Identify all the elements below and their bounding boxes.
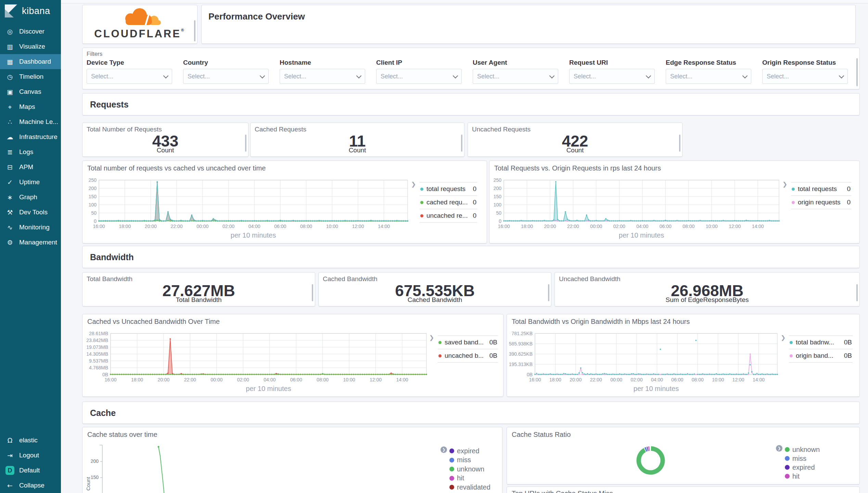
sidebar-item-dashboard[interactable]: ▦Dashboard: [0, 54, 61, 69]
filter-group-country: CountrySelect...: [183, 59, 269, 84]
page-title: Performance Overview: [208, 11, 305, 22]
donut-slice-expired: [647, 449, 648, 449]
panel-scrollbar[interactable]: [461, 135, 462, 152]
svg-text:18:00: 18:00: [521, 224, 533, 229]
chart-plot[interactable]: 200150Count: [82, 427, 501, 493]
svg-text:781.25KB: 781.25KB: [512, 331, 533, 336]
filter-select-client-ip[interactable]: Select...: [376, 69, 462, 84]
filter-select-origin-response-status[interactable]: Select...: [762, 69, 848, 84]
panel-scrollbar[interactable]: [245, 135, 246, 152]
filter-select-country[interactable]: Select...: [183, 69, 269, 84]
legend-chev[interactable]: ❯: [781, 334, 786, 341]
legend-item-total-badnw[interactable]: total badnw...0B: [789, 336, 853, 349]
sidebar-item-infrastructure[interactable]: ☁Infrastructure: [0, 129, 61, 144]
sidebar-footer-elastic[interactable]: Ωelastic: [0, 433, 61, 448]
svg-text:200: 200: [91, 458, 99, 464]
svg-text:19.073MB: 19.073MB: [86, 344, 108, 350]
legend-chev[interactable]: ❯: [411, 181, 416, 188]
legend-color-dot: [438, 341, 442, 344]
panel-scrollbar[interactable]: [194, 20, 195, 41]
map-pin-icon: ⌖: [5, 103, 14, 111]
legend-item-hit[interactable]: hit: [785, 472, 820, 481]
sidebar-item-label: Machine Le...: [19, 118, 58, 126]
chart-legend: expiredmissunknownhitrevalidated: [449, 446, 490, 492]
filter-select-request-uri[interactable]: Select...: [569, 69, 655, 84]
filter-select-hostname[interactable]: Select...: [280, 69, 365, 84]
sidebar-item-machine-le[interactable]: ∴Machine Le...: [0, 114, 61, 129]
panel-scrollbar[interactable]: [548, 284, 549, 301]
collapse-arrow-icon: ←: [5, 482, 14, 489]
svg-text:22:00: 22:00: [567, 224, 579, 229]
svg-text:14.305MB: 14.305MB: [86, 351, 108, 357]
legend-color-dot: [792, 201, 795, 204]
svg-text:250: 250: [494, 177, 502, 183]
panel-scrollbar[interactable]: [856, 58, 858, 86]
metric-total-requests: Total Number of Requests433Count: [82, 123, 248, 157]
legend-item-hit[interactable]: hit: [449, 474, 490, 483]
sidebar-footer-default[interactable]: DDefault: [0, 463, 61, 478]
sidebar-item-timelion[interactable]: ◷Timelion: [0, 69, 61, 84]
legend-item-expired[interactable]: expired: [449, 446, 490, 456]
filter-select-edge-response-status[interactable]: Select...: [666, 69, 751, 84]
sidebar-item-label: Uptime: [19, 178, 40, 186]
sidebar-footer-label: Logout: [19, 452, 39, 459]
chart-cached-vs-uncached-bandwidth: Cached vs Uncached Bandwidth Over Time16…: [82, 314, 503, 397]
top-strip: [61, 0, 868, 3]
svg-text:150: 150: [91, 475, 99, 480]
legend-color-dot: [449, 458, 454, 463]
sidebar-item-monitoring[interactable]: ∿Monitoring: [0, 220, 61, 235]
sidebar-item-dev-tools[interactable]: ⚒Dev Tools: [0, 205, 61, 220]
legend-item-miss[interactable]: miss: [785, 454, 820, 463]
series-total-requests: [503, 181, 780, 222]
sidebar-item-discover[interactable]: ◎Discover: [0, 24, 61, 39]
legend-item-origin-band[interactable]: origin band...0B: [789, 349, 853, 363]
panel-top-uris-cache-miss: Top URIs with Cache Status Miss: [507, 486, 860, 493]
panel-scrollbar[interactable]: [856, 284, 858, 301]
legend-item-miss[interactable]: miss: [449, 456, 490, 465]
sidebar-item-maps[interactable]: ⌖Maps: [0, 99, 61, 114]
sidebar-item-apm[interactable]: ⊟APM: [0, 160, 61, 175]
legend-chev[interactable]: ❯: [782, 181, 787, 188]
svg-text:12:00: 12:00: [729, 224, 741, 229]
section-title-bandwidth: Bandwidth: [90, 252, 134, 262]
legend-item-total-requests[interactable]: total requests0: [420, 182, 477, 195]
sidebar-footer-logout[interactable]: ⇥Logout: [0, 448, 61, 463]
legend-item-revalidated[interactable]: revalidated: [449, 483, 490, 492]
legend-collapse-icon[interactable]: ❯: [776, 445, 782, 452]
legend-item-expired[interactable]: expired: [785, 463, 820, 472]
filter-placeholder: Select...: [188, 73, 260, 80]
canvas-icon: ▣: [5, 88, 14, 96]
filter-placeholder: Select...: [91, 73, 164, 80]
legend-item-origin-requests[interactable]: origin requests0: [791, 195, 851, 209]
filter-select-user-agent[interactable]: Select...: [473, 69, 558, 84]
legend-item-saved-band[interactable]: saved band...0B: [438, 336, 498, 349]
filter-select-device-type[interactable]: Select...: [87, 69, 172, 84]
kibana-logo[interactable]: kibana: [0, 0, 61, 22]
legend-collapse-icon[interactable]: ❯: [441, 446, 447, 453]
legend-item-cached-requ[interactable]: cached requ...0: [420, 195, 477, 209]
svg-text:9.537MB: 9.537MB: [89, 358, 108, 364]
series-uncached-bandwidth: [110, 338, 427, 375]
sidebar-item-uptime[interactable]: ✓Uptime: [0, 175, 61, 190]
sidebar-item-visualize[interactable]: ▥Visualize: [0, 39, 61, 54]
sidebar-item-management[interactable]: ⚙Management: [0, 235, 61, 250]
legend-item-total-requests[interactable]: total requests0: [791, 182, 851, 195]
legend-item-uncached-re[interactable]: uncached re...0: [420, 209, 477, 223]
chart-cache-status-over-time: Cache status over time200150Count❯expire…: [82, 427, 502, 493]
sidebar-footer-collapse[interactable]: ←Collapse: [0, 478, 61, 493]
legend-item-unknown[interactable]: unknown: [449, 465, 490, 474]
legend-item-unknown[interactable]: unknown: [785, 445, 820, 454]
sidebar-item-graph[interactable]: ∗Graph: [0, 190, 61, 205]
legend-item-uncached-b[interactable]: uncached b...0B: [438, 349, 498, 363]
filter-label: Edge Response Status: [666, 59, 751, 66]
svg-text:50: 50: [496, 210, 501, 216]
sidebar-item-canvas[interactable]: ▣Canvas: [0, 84, 61, 99]
sidebar-item-logs[interactable]: ≣Logs: [0, 144, 61, 160]
panel-scrollbar[interactable]: [312, 284, 313, 301]
legend-value: 0B: [841, 339, 852, 346]
panel-scrollbar[interactable]: [679, 135, 680, 152]
svg-text:20:00: 20:00: [145, 224, 157, 229]
uptime-check-icon: ✓: [5, 178, 14, 186]
apm-icon: ⊟: [5, 163, 14, 171]
legend-chev[interactable]: ❯: [429, 334, 434, 341]
